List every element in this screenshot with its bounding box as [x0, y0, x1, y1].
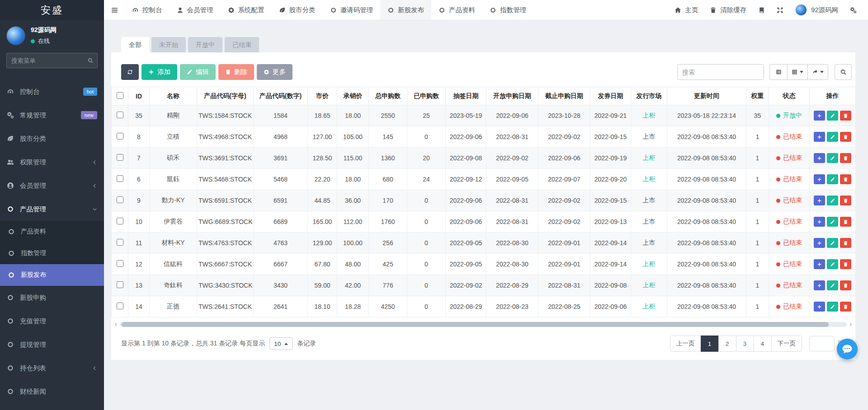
sidebar-item-general[interactable]: 常规管理new: [0, 103, 104, 127]
topnav-item-invite-codes[interactable]: 邀请码管理: [323, 0, 381, 20]
edit-button[interactable]: 编辑: [180, 64, 216, 80]
row-checkbox[interactable]: [117, 133, 123, 140]
row-plus-button[interactable]: [814, 174, 825, 184]
more-button[interactable]: 更多: [257, 64, 292, 80]
row-edit-button[interactable]: [827, 153, 838, 163]
topnav-fullscreen-button[interactable]: [771, 7, 789, 14]
row-checkbox[interactable]: [117, 112, 123, 118]
table-search-input[interactable]: [677, 64, 764, 80]
row-checkbox[interactable]: [117, 260, 123, 267]
row-delete-button[interactable]: [840, 153, 851, 163]
row-plus-button[interactable]: [814, 132, 825, 142]
sidebar-item-recharge[interactable]: 充值管理: [0, 309, 104, 333]
row-delete-button[interactable]: [840, 302, 851, 312]
row-delete-button[interactable]: [840, 132, 851, 142]
prev-page-button[interactable]: 上一页: [670, 335, 701, 352]
detail-view-button[interactable]: [769, 64, 788, 80]
sidebar-item-positions[interactable]: 持仓列表: [0, 356, 104, 380]
sidebar-item-withdraw[interactable]: 提现管理: [0, 333, 104, 356]
tab-all[interactable]: 全部: [121, 37, 149, 52]
page-1-button[interactable]: 1: [701, 335, 719, 352]
row-plus-button[interactable]: [814, 259, 825, 269]
topnav-settings-button[interactable]: [844, 7, 863, 14]
tab-opening[interactable]: 开放中: [188, 37, 222, 52]
topnav-user-menu[interactable]: 92源码网: [789, 4, 844, 16]
topnav-item-members[interactable]: 会员管理: [170, 0, 221, 20]
scrollbar-thumb[interactable]: [122, 322, 829, 327]
row-checkbox[interactable]: [117, 175, 123, 182]
row-plus-button[interactable]: [814, 153, 825, 163]
cell-market[interactable]: 上柜: [631, 254, 667, 275]
topnav-item-new-stock-release[interactable]: 新股发布: [380, 0, 431, 20]
row-plus-button[interactable]: [814, 217, 825, 227]
row-edit-button[interactable]: [827, 259, 838, 269]
topnav-item-system-config[interactable]: 系统配置: [221, 0, 272, 20]
row-plus-button[interactable]: [814, 302, 825, 312]
row-delete-button[interactable]: [840, 280, 851, 290]
sidebar-item-dashboard[interactable]: 控制台hot: [0, 80, 104, 103]
tab-not-started[interactable]: 未开始: [151, 37, 186, 52]
row-edit-button[interactable]: [827, 217, 838, 227]
sidebar-search-input[interactable]: [6, 53, 98, 68]
sidebar-item-permissions[interactable]: 权限管理: [0, 150, 104, 174]
cell-market[interactable]: 上柜: [631, 169, 667, 190]
page-3-button[interactable]: 3: [736, 335, 754, 352]
topnav-clear-cache-button[interactable]: 清除缓存: [704, 6, 752, 14]
row-checkbox[interactable]: [117, 218, 123, 224]
row-edit-button[interactable]: [827, 174, 838, 184]
topnav-docs-button[interactable]: [752, 7, 771, 14]
row-delete-button[interactable]: [840, 259, 851, 269]
sidebar-item-market-category[interactable]: 股市分类: [0, 127, 104, 150]
chat-widget-button[interactable]: [837, 339, 858, 359]
select-all-checkbox[interactable]: [117, 92, 123, 99]
sidebar-toggle-button[interactable]: [104, 0, 125, 20]
sidebar-item-finance-news[interactable]: 财经新闻: [0, 380, 104, 403]
row-edit-button[interactable]: [827, 111, 838, 121]
delete-button[interactable]: 删除: [218, 64, 254, 80]
topnav-item-product-info[interactable]: 产品资料: [431, 0, 482, 20]
sidebar-item-index-management[interactable]: 指数管理: [0, 242, 104, 264]
topnav-home-button[interactable]: 主页: [669, 6, 704, 14]
topnav-item-index-management[interactable]: 指数管理: [482, 0, 533, 20]
row-plus-button[interactable]: [814, 280, 825, 290]
row-delete-button[interactable]: [840, 238, 851, 248]
row-plus-button[interactable]: [814, 111, 825, 121]
topnav-item-market-category[interactable]: 股市分类: [272, 0, 323, 20]
user-avatar[interactable]: [6, 26, 25, 45]
row-delete-button[interactable]: [840, 217, 851, 227]
row-delete-button[interactable]: [840, 196, 851, 205]
jump-page-input[interactable]: [809, 336, 835, 351]
scrollbar-track[interactable]: [120, 322, 847, 327]
row-edit-button[interactable]: [827, 132, 838, 142]
cell-market[interactable]: 上柜: [631, 105, 667, 126]
row-checkbox[interactable]: [117, 196, 123, 203]
add-button[interactable]: 添加: [142, 64, 177, 80]
row-delete-button[interactable]: [840, 174, 851, 184]
columns-button[interactable]: [787, 64, 808, 80]
row-edit-button[interactable]: [827, 302, 838, 312]
page-4-button[interactable]: 4: [754, 335, 772, 352]
page-size-dropdown[interactable]: 10: [269, 337, 292, 350]
cell-market[interactable]: 上柜: [631, 275, 667, 296]
row-edit-button[interactable]: [827, 280, 838, 290]
topnav-item-dashboard[interactable]: 控制台: [125, 0, 170, 20]
refresh-button[interactable]: [121, 64, 139, 80]
row-edit-button[interactable]: [827, 196, 838, 205]
sidebar-item-funds-flow[interactable]: 资金流水: [0, 403, 104, 410]
row-plus-button[interactable]: [814, 196, 825, 205]
row-checkbox[interactable]: [117, 281, 123, 288]
row-checkbox[interactable]: [117, 303, 123, 309]
sidebar-item-new-stock-subscribe[interactable]: 新股申购: [0, 286, 104, 309]
sidebar-item-product-info[interactable]: 产品资料: [0, 221, 104, 242]
page-2-button[interactable]: 2: [718, 335, 736, 352]
export-button[interactable]: [807, 64, 828, 80]
sidebar-item-products[interactable]: 产品管理: [0, 197, 104, 221]
row-checkbox[interactable]: [117, 239, 123, 246]
search-button[interactable]: [835, 64, 852, 80]
cell-market[interactable]: 上柜: [631, 148, 667, 169]
next-page-button[interactable]: 下一页: [771, 335, 802, 352]
row-delete-button[interactable]: [840, 111, 851, 121]
sidebar-item-new-stock-release[interactable]: 新股发布: [0, 264, 104, 286]
row-plus-button[interactable]: [814, 238, 825, 248]
row-edit-button[interactable]: [827, 238, 838, 248]
